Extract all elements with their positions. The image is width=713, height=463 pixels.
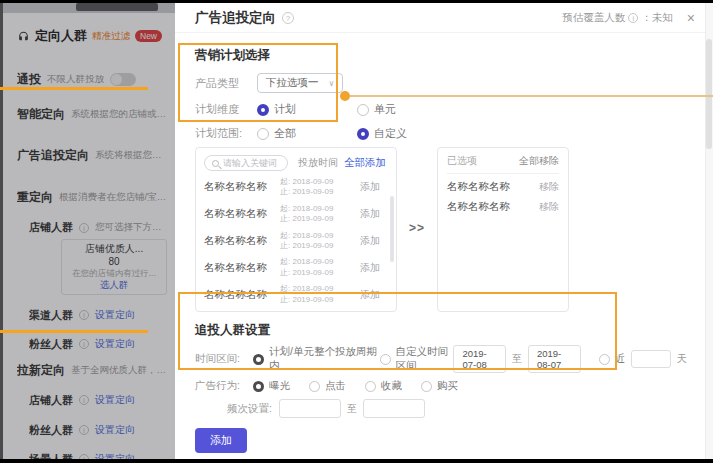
radio-selected-icon[interactable] — [357, 128, 369, 140]
plan-transfer: 投放时间 全部添加 名称名称名称 起: 2018-09-09 止: 2019-0… — [195, 147, 693, 312]
end-date-input[interactable]: 2019-08-07 — [528, 345, 581, 373]
date-to-label: 至 — [512, 352, 522, 366]
radio-label: 点击 — [325, 379, 346, 393]
plan-end: 止: 2019-09-09 — [280, 214, 344, 224]
remove-link[interactable]: 移除 — [539, 200, 559, 214]
dimmed-background: 定向人群 精准过滤 New 通投 不限人群投放 智能定向 系统根据您的店铺或宝贝… — [0, 0, 175, 463]
plan-name: 名称名称名称 — [204, 207, 280, 221]
selected-panel: 已选项 全部移除 名称名称名称 移除 名称名称名称 移除 — [437, 147, 569, 312]
radio-icon[interactable] — [309, 381, 320, 392]
add-button[interactable]: 添加 — [195, 428, 247, 453]
add-link[interactable]: 添加 — [360, 261, 388, 275]
plan-name: 名称名称名称 — [204, 261, 280, 275]
plan-source-panel: 投放时间 全部添加 名称名称名称 起: 2018-09-09 止: 2019-0… — [195, 147, 397, 312]
radio-selected-icon[interactable] — [253, 354, 264, 365]
chevron-down-icon: ∨ — [329, 79, 335, 88]
radio-selected-icon[interactable] — [257, 104, 269, 116]
plan-name: 名称名称名称 — [204, 234, 280, 248]
list-scrollbar[interactable] — [390, 196, 394, 262]
selected-row: 名称名称名称 移除 — [447, 200, 559, 214]
selected-title: 已选项 — [447, 154, 477, 168]
product-type-select[interactable]: 下拉选项一 ∨ — [257, 73, 343, 93]
radio-icon[interactable] — [365, 381, 376, 392]
plan-name: 名称名称名称 — [204, 180, 280, 194]
remove-link[interactable]: 移除 — [539, 180, 559, 194]
add-link[interactable]: 添加 — [360, 180, 388, 194]
recent-days-input[interactable] — [631, 350, 671, 368]
plan-name: 名称名称名称 — [447, 180, 510, 194]
plan-end: 止: 2019-09-09 — [280, 295, 344, 305]
radio-label: 收藏 — [381, 379, 402, 393]
radio-unit[interactable]: 单元 — [357, 102, 396, 117]
estimate-value: ：未知 — [641, 11, 673, 25]
radio-full-period[interactable]: 计划/单元整个投放周期内 — [253, 345, 380, 373]
plan-row: 名称名称名称 起: 2018-09-09 止: 2019-09-09 添加 — [204, 204, 388, 225]
modal-body: 营销计划选择 产品类型 下拉选项一 ∨ 计划维度 计划 单元 计划范围: 全 — [175, 33, 713, 463]
plan-end: 止: 2019-09-09 — [280, 187, 344, 197]
product-type-label: 产品类型 — [195, 76, 257, 91]
plan-start: 起: 2018-09-09 — [280, 177, 344, 187]
radio-label: 曝光 — [269, 379, 290, 393]
radio-all[interactable]: 全部 — [257, 126, 357, 141]
plan-row-list: 名称名称名称 起: 2018-09-09 止: 2019-09-09 添加 名称… — [204, 177, 388, 312]
time-range-label: 时间区间: — [195, 352, 253, 366]
frequency-max-input[interactable] — [363, 399, 425, 418]
radio-recent-days[interactable]: 近 — [599, 352, 626, 366]
plan-row: 名称名称名称 起: 2018-09-09 止: 2019-09-09 添加 — [204, 231, 388, 252]
frequency-to-label: 至 — [347, 402, 357, 416]
plan-name: 名称名称名称 — [447, 200, 510, 214]
plan-scope-label: 计划范围: — [195, 126, 257, 141]
radio-custom-period[interactable]: 自定义时间区间 — [380, 345, 454, 373]
radio-favorite[interactable]: 收藏 — [365, 379, 421, 393]
radio-selected-icon[interactable] — [253, 381, 264, 392]
radio-click[interactable]: 点击 — [309, 379, 365, 393]
radio-exposure[interactable]: 曝光 — [253, 379, 309, 393]
add-link[interactable]: 添加 — [360, 207, 388, 221]
radio-plan[interactable]: 计划 — [257, 102, 357, 117]
radio-icon[interactable] — [599, 354, 610, 365]
radio-purchase[interactable]: 购买 — [421, 379, 458, 393]
modal-overlay — [0, 0, 175, 463]
help-icon[interactable]: ? — [282, 12, 294, 24]
search-icon — [212, 160, 219, 167]
add-all-link[interactable]: 全部添加 — [344, 156, 388, 170]
transfer-arrows-icon: >> — [397, 221, 437, 235]
plan-row: 名称名称名称 起: 2018-09-09 止: 2019-09-09 添加 — [204, 177, 388, 198]
modal-scrollbar-track[interactable] — [705, 3, 713, 459]
keyword-search[interactable] — [204, 155, 288, 171]
frequency-min-input[interactable] — [279, 399, 341, 418]
add-link[interactable]: 添加 — [360, 288, 388, 302]
plan-dates: 起: 2018-09-09 止: 2019-09-09 — [280, 204, 344, 225]
plan-start: 起: 2018-09-09 — [280, 231, 344, 241]
ad-retarget-modal: 广告追投定向 ? 预估覆盖人数 i ：未知 × 营销计划选择 产品类型 下拉选项… — [175, 3, 713, 459]
time-column-header: 投放时间 — [298, 156, 338, 170]
source-panel-header: 投放时间 全部添加 — [204, 155, 388, 171]
radio-label: 自定义 — [374, 126, 407, 141]
frequency-label: 频次设置: — [227, 402, 279, 416]
radio-icon[interactable] — [380, 354, 391, 365]
radio-icon[interactable] — [257, 128, 269, 140]
plan-start: 起: 2018-09-09 — [280, 204, 344, 214]
plan-scope-row: 计划范围: 全部 自定义 — [195, 126, 693, 141]
radio-custom[interactable]: 自定义 — [357, 126, 407, 141]
plan-section-title: 营销计划选择 — [195, 47, 693, 64]
ad-behavior-row: 广告行为: 曝光 点击 收藏 购买 — [195, 379, 693, 393]
modal-title: 广告追投定向 — [195, 9, 276, 27]
select-value: 下拉选项一 — [266, 76, 319, 90]
retarget-section-title: 追投人群设置 — [195, 322, 693, 339]
plan-start: 起: 2018-09-09 — [280, 257, 344, 267]
radio-label: 计划/单元整个投放周期内 — [269, 345, 380, 373]
info-icon: i — [628, 13, 638, 23]
radio-icon[interactable] — [421, 381, 432, 392]
remove-all-link[interactable]: 全部移除 — [519, 154, 559, 168]
product-type-row: 产品类型 下拉选项一 ∨ — [195, 73, 693, 93]
radio-icon[interactable] — [357, 104, 369, 116]
close-icon[interactable]: × — [687, 11, 695, 25]
plan-start: 起: 2018-09-09 — [280, 284, 344, 294]
radio-label: 全部 — [274, 126, 296, 141]
start-date-input[interactable]: 2019-07-08 — [453, 345, 506, 373]
modal-scrollbar-thumb[interactable] — [706, 39, 712, 149]
search-input[interactable] — [223, 158, 281, 168]
bottom-edge-bar — [0, 459, 713, 463]
add-link[interactable]: 添加 — [360, 234, 388, 248]
